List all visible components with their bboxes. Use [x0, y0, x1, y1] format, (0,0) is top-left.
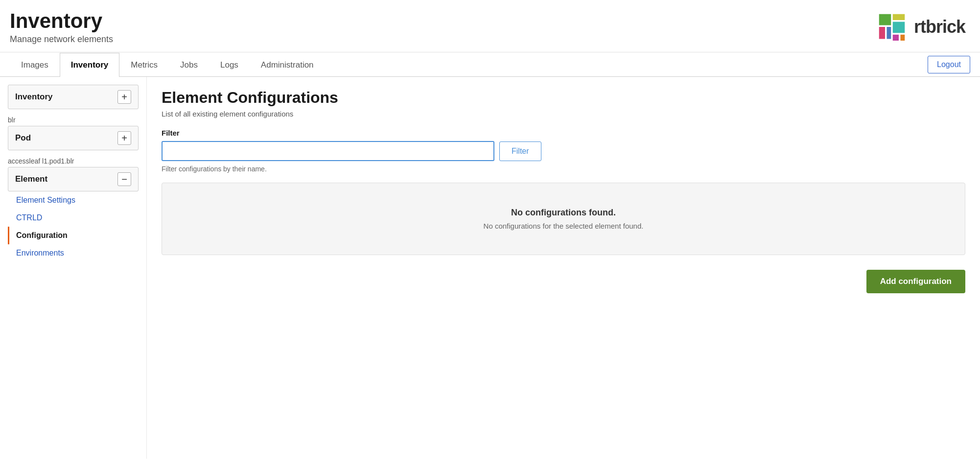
tab-logs[interactable]: Logs	[209, 53, 250, 77]
sidebar-link-ctrld[interactable]: CTRLD	[8, 209, 139, 227]
page-header: Inventory Manage network elements rtbric…	[0, 0, 980, 52]
logo-area: rtbrick	[875, 10, 965, 44]
sidebar-element-item[interactable]: Element −	[8, 167, 139, 191]
svg-marker-4	[887, 27, 891, 39]
sidebar-element-section: accessleaf l1.pod1.blr Element − Element…	[8, 154, 139, 262]
sidebar-pod-add-btn[interactable]: +	[117, 131, 131, 145]
sidebar-element-label: Element	[15, 174, 47, 184]
content-area: Element Configurations List of all exist…	[147, 77, 980, 459]
svg-marker-3	[893, 22, 905, 33]
svg-marker-6	[900, 35, 905, 41]
sidebar-link-environments[interactable]: Environments	[8, 244, 139, 262]
sidebar-inventory-item[interactable]: Inventory +	[8, 85, 139, 109]
sidebar-element-group-label: accessleaf l1.pod1.blr	[8, 154, 139, 167]
sidebar-pod-item[interactable]: Pod +	[8, 126, 139, 150]
tab-administration[interactable]: Administration	[250, 53, 325, 77]
logout-button[interactable]: Logout	[928, 56, 970, 73]
tab-jobs[interactable]: Jobs	[169, 53, 209, 77]
rtbrick-logo-icon	[875, 10, 909, 44]
tab-images[interactable]: Images	[10, 53, 60, 77]
svg-marker-0	[879, 14, 891, 25]
sidebar-pod-label: Pod	[15, 133, 31, 143]
sidebar-blr-section: blr Pod +	[8, 113, 139, 150]
svg-marker-2	[879, 27, 885, 39]
sidebar-element-collapse-btn[interactable]: −	[117, 172, 131, 186]
sidebar-link-element-settings[interactable]: Element Settings	[8, 191, 139, 209]
logo-text: rtbrick	[914, 17, 965, 37]
empty-state-title: No configurations found.	[172, 208, 955, 218]
empty-state-box: No configurations found. No configuratio…	[162, 183, 965, 255]
nav-bar: Images Inventory Metrics Jobs Logs Admin…	[0, 52, 980, 77]
filter-label: Filter	[162, 129, 965, 137]
sidebar-blr-label: blr	[8, 113, 139, 126]
tab-metrics[interactable]: Metrics	[119, 53, 169, 77]
page-subtitle: Manage network elements	[10, 34, 113, 45]
content-subtitle: List of all existing element configurati…	[162, 110, 965, 118]
sidebar-link-configuration[interactable]: Configuration	[8, 227, 139, 244]
header-title-block: Inventory Manage network elements	[10, 10, 113, 45]
filter-row: Filter	[162, 141, 965, 161]
content-title: Element Configurations	[162, 89, 965, 107]
tab-inventory[interactable]: Inventory	[60, 53, 120, 77]
sidebar: Inventory + blr Pod + accessleaf l1.pod1…	[0, 77, 147, 459]
sidebar-inventory-section: Inventory +	[8, 85, 139, 109]
svg-marker-5	[893, 35, 899, 41]
page-title: Inventory	[10, 10, 113, 32]
sidebar-inventory-label: Inventory	[15, 92, 53, 102]
nav-tabs-group: Images Inventory Metrics Jobs Logs Admin…	[10, 52, 325, 76]
add-config-row: Add configuration	[162, 270, 965, 293]
sidebar-inventory-add-btn[interactable]: +	[117, 90, 131, 104]
svg-marker-1	[893, 14, 905, 20]
filter-input[interactable]	[162, 141, 494, 161]
empty-state-subtitle: No configurations for the selected eleme…	[172, 222, 955, 230]
add-configuration-button[interactable]: Add configuration	[866, 270, 965, 293]
filter-hint: Filter configurations by their name.	[162, 165, 965, 173]
main-content: Inventory + blr Pod + accessleaf l1.pod1…	[0, 77, 980, 459]
filter-button[interactable]: Filter	[499, 141, 541, 161]
